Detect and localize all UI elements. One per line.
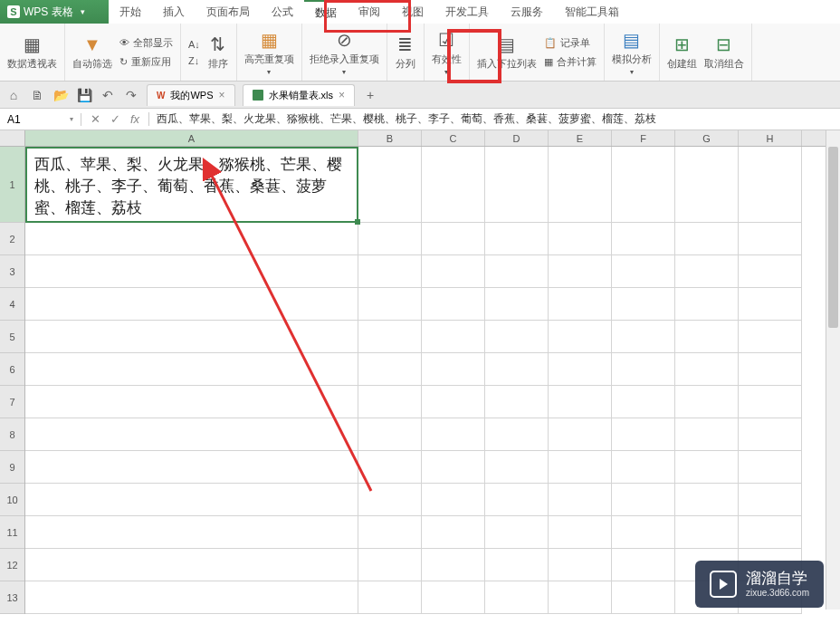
cell[interactable] (612, 255, 675, 288)
cell[interactable] (739, 386, 802, 418)
consolidate-button[interactable]: ▦合并计算 (544, 53, 597, 71)
cell[interactable] (739, 288, 802, 321)
cell[interactable] (549, 147, 612, 223)
row-header-4[interactable]: 4 (0, 288, 24, 321)
cell[interactable] (25, 451, 358, 484)
tab-mywps[interactable]: W 我的WPS × (147, 84, 235, 106)
cell[interactable] (549, 255, 612, 288)
cell[interactable] (358, 255, 422, 288)
cell[interactable] (485, 451, 549, 484)
menu-formula[interactable]: 公式 (261, 0, 304, 24)
cell[interactable] (549, 288, 612, 321)
cell[interactable] (549, 581, 612, 614)
cell[interactable] (549, 451, 612, 484)
cell[interactable] (485, 255, 549, 288)
cell[interactable] (422, 223, 485, 255)
cell[interactable] (358, 549, 422, 581)
fx-icon[interactable]: fx (125, 112, 145, 126)
cell[interactable] (485, 353, 549, 386)
cell[interactable] (422, 581, 485, 614)
cell[interactable] (675, 451, 739, 484)
cell[interactable] (739, 451, 802, 484)
cell[interactable] (358, 353, 422, 386)
cell[interactable] (358, 147, 422, 223)
text-to-columns-button[interactable]: ≣ 分列 (395, 34, 416, 71)
cell[interactable] (358, 321, 422, 353)
close-tab-icon[interactable]: × (219, 89, 225, 101)
cell[interactable] (612, 418, 675, 451)
cell[interactable] (549, 418, 612, 451)
cell[interactable] (422, 147, 485, 223)
reject-duplicates-button[interactable]: ⊘ 拒绝录入重复项▾ (310, 29, 379, 76)
cell-a1[interactable]: 西瓜、苹果、梨、火龙果、猕猴桃、芒果、樱桃、桃子、李子、葡萄、香蕉、桑葚、菠萝蜜… (25, 147, 358, 223)
col-header-B[interactable]: B (358, 130, 422, 146)
new-doc-icon[interactable]: 🗎 (29, 87, 45, 103)
vertical-scrollbar[interactable] (826, 130, 840, 610)
cell[interactable] (485, 223, 549, 255)
cell[interactable] (675, 255, 739, 288)
cell[interactable] (422, 484, 485, 516)
cell[interactable] (612, 386, 675, 418)
namebox-arrow-icon[interactable]: ▾ (70, 115, 73, 123)
cell[interactable] (612, 321, 675, 353)
cell[interactable] (422, 255, 485, 288)
cell[interactable] (549, 516, 612, 549)
app-menu-arrow-icon[interactable]: ▾ (81, 7, 85, 16)
cell[interactable] (422, 549, 485, 581)
cell[interactable] (739, 516, 802, 549)
scrollbar-thumb[interactable] (828, 147, 838, 328)
row-header-9[interactable]: 9 (0, 451, 24, 484)
cell[interactable] (422, 386, 485, 418)
cell[interactable] (358, 223, 422, 255)
highlight-duplicates-button[interactable]: ▦ 高亮重复项▾ (244, 29, 294, 76)
cell[interactable] (25, 418, 358, 451)
cell[interactable] (422, 451, 485, 484)
col-header-G[interactable]: G (675, 130, 739, 146)
col-header-A[interactable]: A (25, 130, 358, 146)
cell[interactable] (485, 484, 549, 516)
menu-insert[interactable]: 插入 (152, 0, 196, 24)
cell[interactable] (675, 288, 739, 321)
menu-start[interactable]: 开始 (109, 0, 152, 24)
row-header-1[interactable]: 1 (0, 147, 24, 223)
save-icon[interactable]: 💾 (76, 87, 92, 103)
cell[interactable] (612, 549, 675, 581)
cell[interactable] (358, 386, 422, 418)
cell[interactable] (485, 386, 549, 418)
cell[interactable] (739, 255, 802, 288)
cell[interactable] (675, 516, 739, 549)
cell[interactable] (612, 223, 675, 255)
sort-asc-button[interactable]: A↓ (188, 37, 200, 52)
cell[interactable] (739, 147, 802, 223)
cell[interactable] (25, 353, 358, 386)
cell[interactable] (675, 223, 739, 255)
record-form-button[interactable]: 📋记录单 (544, 34, 597, 52)
cell[interactable] (675, 321, 739, 353)
cell[interactable] (739, 353, 802, 386)
ungroup-button[interactable]: ⊟ 取消组合 (704, 34, 744, 71)
cell[interactable] (612, 484, 675, 516)
formula-input[interactable]: 西瓜、苹果、梨、火龙果、猕猴桃、芒果、樱桃、桃子、李子、葡萄、香蕉、桑葚、菠萝蜜… (149, 111, 840, 127)
group-button[interactable]: ⊞ 创建组 (667, 34, 697, 71)
cell[interactable] (25, 255, 358, 288)
cancel-formula-icon[interactable]: ✕ (85, 112, 105, 126)
col-header-E[interactable]: E (549, 130, 612, 146)
cell[interactable] (739, 418, 802, 451)
cell[interactable] (549, 484, 612, 516)
cell[interactable] (485, 147, 549, 223)
cell[interactable] (549, 549, 612, 581)
menu-devtools[interactable]: 开发工具 (434, 0, 500, 24)
open-icon[interactable]: 📂 (52, 87, 69, 103)
menu-cloud[interactable]: 云服务 (500, 0, 554, 24)
cell[interactable] (422, 321, 485, 353)
history-fwd-icon[interactable]: ↷ (123, 87, 139, 103)
cell[interactable] (485, 581, 549, 614)
cell[interactable] (549, 223, 612, 255)
cells-grid[interactable]: 西瓜、苹果、梨、火龙果、猕猴桃、芒果、樱桃、桃子、李子、葡萄、香蕉、桑葚、菠萝蜜… (25, 147, 840, 614)
cell[interactable] (422, 288, 485, 321)
cell[interactable] (549, 321, 612, 353)
select-all-corner[interactable] (0, 130, 25, 147)
menu-smart[interactable]: 智能工具箱 (554, 0, 630, 24)
add-tab-icon[interactable]: + (362, 87, 378, 103)
name-box[interactable]: A1 ▾ (0, 113, 81, 126)
